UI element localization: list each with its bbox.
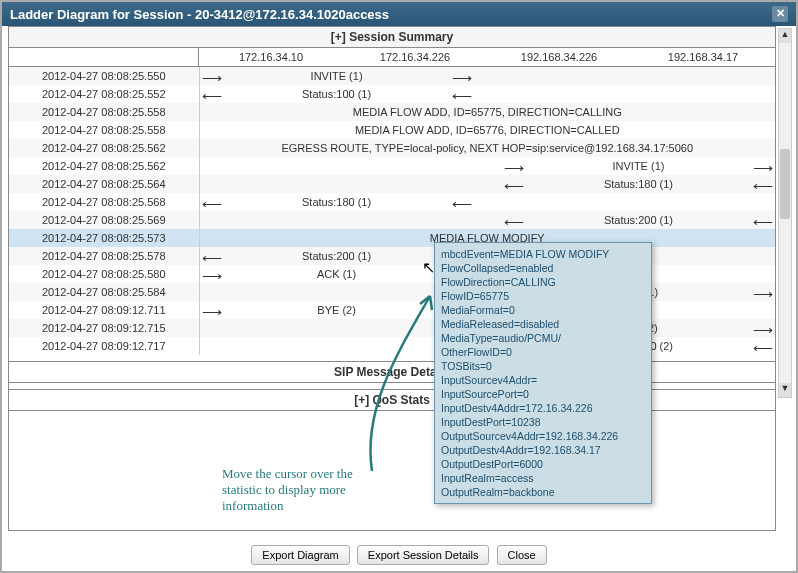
table-row[interactable]: 2012-04-27 08:08:25.558MEDIA FLOW ADD, I…	[9, 103, 775, 121]
scroll-up-icon[interactable]: ▲	[779, 29, 791, 43]
table-row[interactable]: 2012-04-27 08:08:25.569Status:200 (1)	[9, 211, 775, 229]
tooltip-line: FlowID=65775	[441, 289, 645, 303]
timestamp-cell: 2012-04-27 08:08:25.550	[9, 67, 199, 85]
timestamp-column-header	[9, 48, 199, 66]
tooltip-line: MediaFormat=0	[441, 303, 645, 317]
ladder-lane-cell	[199, 211, 474, 229]
table-row[interactable]: 2012-04-27 08:08:25.564Status:180 (1)	[9, 175, 775, 193]
host-header-row: 172.16.34.10 172.16.34.226 192.168.34.22…	[9, 48, 775, 67]
ladder-lane-cell[interactable]: BYE (2)	[199, 301, 474, 319]
tooltip-line: InputRealm=access	[441, 471, 645, 485]
ladder-lane-cell	[199, 319, 474, 337]
tooltip-line: InputSourcePort=0	[441, 387, 645, 401]
timestamp-cell: 2012-04-27 08:08:25.552	[9, 85, 199, 103]
table-row[interactable]: 2012-04-27 08:09:12.711BYE (2)	[9, 301, 775, 319]
ladder-lane-cell[interactable]: Status:180 (1)	[199, 193, 474, 211]
table-row[interactable]: 2012-04-27 08:08:25.562EGRESS ROUTE, TYP…	[9, 139, 775, 157]
ladder-lane-cell	[474, 157, 502, 175]
vertical-scrollbar[interactable]: ▲ ▼	[778, 28, 792, 398]
export-session-details-button[interactable]: Export Session Details	[357, 545, 490, 565]
ladder-message-label: Status:200 (1)	[302, 250, 371, 262]
ladder-message-label: Status:200 (1)	[604, 214, 673, 226]
ladder-lane-cell[interactable]: INVITE (1)	[199, 67, 474, 85]
ladder-lane-cell[interactable]: Status:200 (1)	[502, 211, 775, 229]
timestamp-cell: 2012-04-27 08:08:25.562	[9, 157, 199, 175]
ladder-lane-cell[interactable]: Status:180 (1)	[502, 175, 775, 193]
ladder-lane-cell	[502, 67, 775, 85]
timestamp-cell: 2012-04-27 08:08:25.558	[9, 121, 199, 139]
ladder-lane-cell	[474, 67, 502, 85]
scroll-down-icon[interactable]: ▼	[779, 383, 791, 397]
content-area: [+] Session Summary 172.16.34.10 172.16.…	[2, 26, 796, 571]
tooltip-line: OtherFlowID=0	[441, 345, 645, 359]
ladder-event-span[interactable]: MEDIA FLOW ADD, ID=65776, DIRECTION=CALL…	[199, 121, 775, 139]
tooltip-line: TOSBits=0	[441, 359, 645, 373]
timestamp-cell: 2012-04-27 08:08:25.573	[9, 229, 199, 247]
ladder-lane-cell	[502, 85, 775, 103]
ladder-lane-cell	[502, 193, 775, 211]
ladder-message-label: ACK (1)	[317, 268, 356, 280]
tooltip-line: InputDestv4Addr=172.16.34.226	[441, 401, 645, 415]
timestamp-cell: 2012-04-27 08:08:25.558	[9, 103, 199, 121]
ladder-lane-cell	[199, 337, 474, 355]
table-row[interactable]: 2012-04-27 08:08:25.573MEDIA FLOW MODIFY	[9, 229, 775, 247]
host-col-2: 192.168.34.226	[487, 48, 631, 66]
ladder-table: 2012-04-27 08:08:25.550INVITE (1)2012-04…	[9, 67, 775, 355]
host-col-1: 172.16.34.226	[343, 48, 487, 66]
tooltip-line: MediaType=audio/PCMU/	[441, 331, 645, 345]
tooltip-line: InputDestPort=10238	[441, 415, 645, 429]
timestamp-cell: 2012-04-27 08:08:25.569	[9, 211, 199, 229]
ladder-lane-cell[interactable]: Status:100 (1)	[199, 85, 474, 103]
button-bar: Export Diagram Export Session Details Cl…	[2, 545, 796, 565]
host-col-0: 172.16.34.10	[199, 48, 343, 66]
qos-stats-toggle[interactable]: [+] QoS Stats	[9, 389, 775, 411]
tooltip-line: InputSourcev4Addr=	[441, 373, 645, 387]
ladder-message-label: BYE (2)	[317, 304, 356, 316]
table-row[interactable]: 2012-04-27 08:09:12.715BYE (2)	[9, 319, 775, 337]
annotation-text: Move the cursor over thestatistic to dis…	[222, 466, 353, 514]
ladder-lane-cell	[474, 211, 502, 229]
titlebar: Ladder Diagram for Session - 20-3412@172…	[2, 2, 796, 26]
table-row[interactable]: 2012-04-27 08:08:25.558MEDIA FLOW ADD, I…	[9, 121, 775, 139]
tooltip-line: OutputDestPort=6000	[441, 457, 645, 471]
host-col-3: 192.168.34.17	[631, 48, 775, 66]
table-row[interactable]: 2012-04-27 08:08:25.578Status:200 (1)	[9, 247, 775, 265]
window-title: Ladder Diagram for Session - 20-3412@172…	[10, 7, 389, 22]
timestamp-cell: 2012-04-27 08:09:12.717	[9, 337, 199, 355]
timestamp-cell: 2012-04-27 08:08:25.562	[9, 139, 199, 157]
export-diagram-button[interactable]: Export Diagram	[251, 545, 349, 565]
tooltip-line: OutputSourcev4Addr=192.168.34.226	[441, 429, 645, 443]
ladder-message-label: Status:180 (1)	[604, 178, 673, 190]
timestamp-cell: 2012-04-27 08:09:12.711	[9, 301, 199, 319]
cursor-icon: ↖	[422, 258, 435, 277]
table-row[interactable]: 2012-04-27 08:08:25.568Status:180 (1)	[9, 193, 775, 211]
table-row[interactable]: 2012-04-27 08:08:25.584ACK (1)	[9, 283, 775, 301]
table-row[interactable]: 2012-04-27 08:09:12.717Status:200 (2)	[9, 337, 775, 355]
tooltip-line: OutputRealm=backbone	[441, 485, 645, 499]
session-summary-toggle[interactable]: [+] Session Summary	[9, 27, 775, 48]
ladder-event-span[interactable]: MEDIA FLOW ADD, ID=65775, DIRECTION=CALL…	[199, 103, 775, 121]
ladder-event-span[interactable]: EGRESS ROUTE, TYPE=local-policy, NEXT HO…	[199, 139, 775, 157]
table-row[interactable]: 2012-04-27 08:08:25.562INVITE (1)	[9, 157, 775, 175]
ladder-scroll-region: [+] Session Summary 172.16.34.10 172.16.…	[8, 26, 776, 531]
table-row[interactable]: 2012-04-27 08:08:25.550INVITE (1)	[9, 67, 775, 85]
flow-details-tooltip: mbcdEvent=MEDIA FLOW MODIFYFlowCollapsed…	[434, 242, 652, 504]
tooltip-line: FlowDirection=CALLING	[441, 275, 645, 289]
ladder-message-label: Status:100 (1)	[302, 88, 371, 100]
timestamp-cell: 2012-04-27 08:08:25.580	[9, 265, 199, 283]
table-row[interactable]: 2012-04-27 08:08:25.580ACK (1)	[9, 265, 775, 283]
close-button[interactable]: Close	[497, 545, 547, 565]
ladder-lane-cell	[474, 85, 502, 103]
close-icon[interactable]: ✕	[772, 6, 788, 22]
table-row[interactable]: 2012-04-27 08:08:25.552Status:100 (1)	[9, 85, 775, 103]
ladder-lane-cell[interactable]: INVITE (1)	[502, 157, 775, 175]
ladder-lane-cell	[474, 193, 502, 211]
tooltip-line: FlowCollapsed=enabled	[441, 261, 645, 275]
ladder-message-label: Status:180 (1)	[302, 196, 371, 208]
ladder-lane-cell	[199, 283, 474, 301]
scroll-thumb[interactable]	[780, 149, 790, 219]
timestamp-cell: 2012-04-27 08:08:25.564	[9, 175, 199, 193]
ladder-lane-cell	[474, 175, 502, 193]
ladder-message-label: INVITE (1)	[613, 160, 665, 172]
sip-message-details-toggle[interactable]: SIP Message Details	[9, 361, 775, 383]
